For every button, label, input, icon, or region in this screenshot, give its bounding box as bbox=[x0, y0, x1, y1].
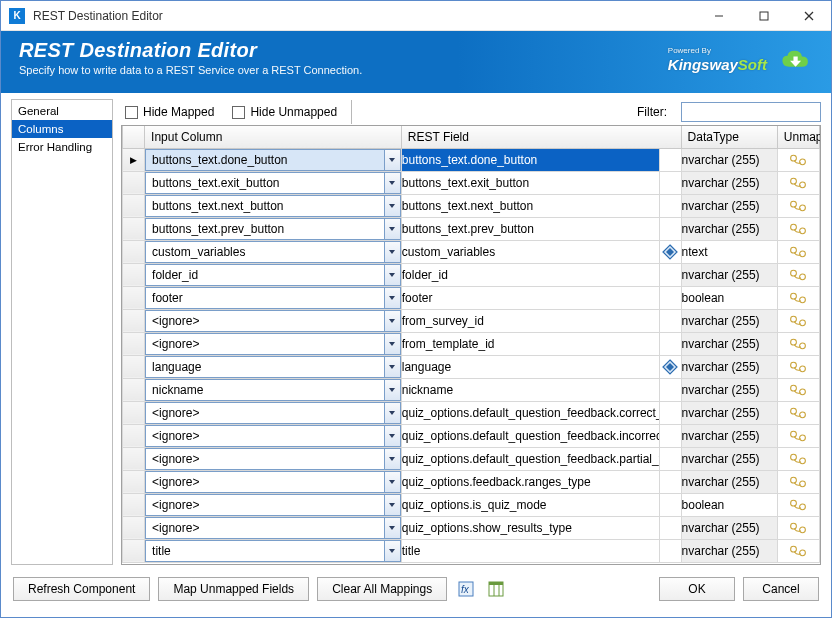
rest-field-cell[interactable]: quiz_options.default_question_feedback.i… bbox=[401, 424, 659, 447]
input-column-cell[interactable]: <ignore> bbox=[145, 470, 402, 493]
input-column-cell[interactable]: <ignore> bbox=[145, 424, 402, 447]
table-row[interactable]: <ignore>quiz_options.feedback.ranges_typ… bbox=[123, 470, 820, 493]
dropdown-button[interactable] bbox=[384, 287, 401, 309]
hide-mapped-checkbox[interactable]: Hide Mapped bbox=[121, 105, 218, 119]
table-row[interactable]: buttons_text.done_buttonbuttons_text.don… bbox=[123, 148, 820, 171]
unmap-cell[interactable] bbox=[777, 171, 819, 194]
input-column-cell[interactable]: folder_id bbox=[145, 263, 402, 286]
input-column-cell[interactable]: <ignore> bbox=[145, 401, 402, 424]
table-row[interactable]: <ignore>quiz_options.default_question_fe… bbox=[123, 401, 820, 424]
col-unmap[interactable]: Unmap bbox=[777, 126, 819, 148]
rest-field-cell[interactable]: buttons_text.next_button bbox=[401, 194, 659, 217]
input-column-cell[interactable]: <ignore> bbox=[145, 332, 402, 355]
rest-field-cell[interactable]: buttons_text.exit_button bbox=[401, 171, 659, 194]
dropdown-button[interactable] bbox=[384, 494, 401, 516]
input-column-cell[interactable]: buttons_text.prev_button bbox=[145, 217, 402, 240]
unmap-cell[interactable] bbox=[777, 332, 819, 355]
nav-item-columns[interactable]: Columns bbox=[12, 120, 112, 138]
table-row[interactable]: nicknamenicknamenvarchar (255) bbox=[123, 378, 820, 401]
dropdown-button[interactable] bbox=[384, 425, 401, 447]
columns-button[interactable] bbox=[485, 578, 507, 600]
dropdown-button[interactable] bbox=[384, 218, 401, 240]
input-column-cell[interactable]: <ignore> bbox=[145, 309, 402, 332]
dropdown-button[interactable] bbox=[384, 517, 401, 539]
dropdown-button[interactable] bbox=[384, 379, 401, 401]
unmap-cell[interactable] bbox=[777, 194, 819, 217]
dropdown-button[interactable] bbox=[384, 310, 401, 332]
table-row[interactable]: buttons_text.prev_buttonbuttons_text.pre… bbox=[123, 217, 820, 240]
clear-mappings-button[interactable]: Clear All Mappings bbox=[317, 577, 447, 601]
hide-unmapped-checkbox[interactable]: Hide Unmapped bbox=[228, 105, 341, 119]
unmap-cell[interactable] bbox=[777, 401, 819, 424]
dropdown-button[interactable] bbox=[384, 402, 401, 424]
ok-button[interactable]: OK bbox=[659, 577, 735, 601]
dropdown-button[interactable] bbox=[384, 172, 401, 194]
input-column-cell[interactable]: <ignore> bbox=[145, 516, 402, 539]
rest-field-cell[interactable]: buttons_text.done_button bbox=[401, 148, 659, 171]
rest-field-cell[interactable]: quiz_options.feedback.ranges_type bbox=[401, 470, 659, 493]
rest-field-cell[interactable]: footer bbox=[401, 286, 659, 309]
input-column-cell[interactable]: <ignore> bbox=[145, 493, 402, 516]
input-column-cell[interactable]: <ignore> bbox=[145, 447, 402, 470]
col-rest-field[interactable]: REST Field bbox=[401, 126, 681, 148]
input-column-cell[interactable]: footer bbox=[145, 286, 402, 309]
table-row[interactable]: titletitlenvarchar (255) bbox=[123, 539, 820, 562]
col-datatype[interactable]: DataType bbox=[681, 126, 777, 148]
unmap-cell[interactable] bbox=[777, 493, 819, 516]
fx-button[interactable]: fx bbox=[455, 578, 477, 600]
rest-field-cell[interactable]: language bbox=[401, 355, 659, 378]
refresh-component-button[interactable]: Refresh Component bbox=[13, 577, 150, 601]
input-column-cell[interactable]: language bbox=[145, 355, 402, 378]
dropdown-button[interactable] bbox=[384, 264, 401, 286]
rest-field-cell[interactable]: quiz_options.default_question_feedback.c… bbox=[401, 401, 659, 424]
unmap-cell[interactable] bbox=[777, 148, 819, 171]
map-unmapped-button[interactable]: Map Unmapped Fields bbox=[158, 577, 309, 601]
rest-field-cell[interactable]: quiz_options.is_quiz_mode bbox=[401, 493, 659, 516]
unmap-cell[interactable] bbox=[777, 217, 819, 240]
dropdown-button[interactable] bbox=[384, 149, 401, 171]
maximize-button[interactable] bbox=[741, 1, 786, 31]
table-row[interactable]: buttons_text.exit_buttonbuttons_text.exi… bbox=[123, 171, 820, 194]
input-column-cell[interactable]: title bbox=[145, 539, 402, 562]
nav-item-general[interactable]: General bbox=[12, 102, 112, 120]
filter-input[interactable] bbox=[681, 102, 821, 122]
unmap-cell[interactable] bbox=[777, 286, 819, 309]
table-row[interactable]: languagelanguagenvarchar (255) bbox=[123, 355, 820, 378]
input-column-cell[interactable]: custom_variables bbox=[145, 240, 402, 263]
rest-field-cell[interactable]: folder_id bbox=[401, 263, 659, 286]
mapping-grid[interactable]: Input Column REST Field DataType Unmap b… bbox=[121, 125, 821, 565]
table-row[interactable]: <ignore>quiz_options.is_quiz_modeboolean bbox=[123, 493, 820, 516]
rest-field-cell[interactable]: custom_variables bbox=[401, 240, 659, 263]
minimize-button[interactable] bbox=[696, 1, 741, 31]
close-button[interactable] bbox=[786, 1, 831, 31]
dropdown-button[interactable] bbox=[384, 471, 401, 493]
dropdown-button[interactable] bbox=[384, 448, 401, 470]
unmap-cell[interactable] bbox=[777, 378, 819, 401]
unmap-cell[interactable] bbox=[777, 424, 819, 447]
input-column-cell[interactable]: buttons_text.exit_button bbox=[145, 171, 402, 194]
unmap-cell[interactable] bbox=[777, 470, 819, 493]
unmap-cell[interactable] bbox=[777, 263, 819, 286]
unmap-cell[interactable] bbox=[777, 355, 819, 378]
col-input-column[interactable]: Input Column bbox=[145, 126, 402, 148]
rest-field-cell[interactable]: quiz_options.show_results_type bbox=[401, 516, 659, 539]
table-row[interactable]: footerfooterboolean bbox=[123, 286, 820, 309]
dropdown-button[interactable] bbox=[384, 241, 401, 263]
dropdown-button[interactable] bbox=[384, 195, 401, 217]
table-row[interactable]: <ignore>from_survey_idnvarchar (255) bbox=[123, 309, 820, 332]
unmap-cell[interactable] bbox=[777, 539, 819, 562]
rest-field-cell[interactable]: from_template_id bbox=[401, 332, 659, 355]
dropdown-button[interactable] bbox=[384, 356, 401, 378]
rest-field-cell[interactable]: quiz_options.default_question_feedback.p… bbox=[401, 447, 659, 470]
rest-field-cell[interactable]: from_survey_id bbox=[401, 309, 659, 332]
input-column-cell[interactable]: buttons_text.done_button bbox=[145, 148, 402, 171]
rest-field-cell[interactable]: nickname bbox=[401, 378, 659, 401]
unmap-cell[interactable] bbox=[777, 447, 819, 470]
table-row[interactable]: <ignore>quiz_options.show_results_typenv… bbox=[123, 516, 820, 539]
nav-item-error-handling[interactable]: Error Handling bbox=[12, 138, 112, 156]
cancel-button[interactable]: Cancel bbox=[743, 577, 819, 601]
rest-field-cell[interactable]: title bbox=[401, 539, 659, 562]
dropdown-button[interactable] bbox=[384, 540, 401, 562]
table-row[interactable]: custom_variablescustom_variablesntext bbox=[123, 240, 820, 263]
table-row[interactable]: <ignore>from_template_idnvarchar (255) bbox=[123, 332, 820, 355]
